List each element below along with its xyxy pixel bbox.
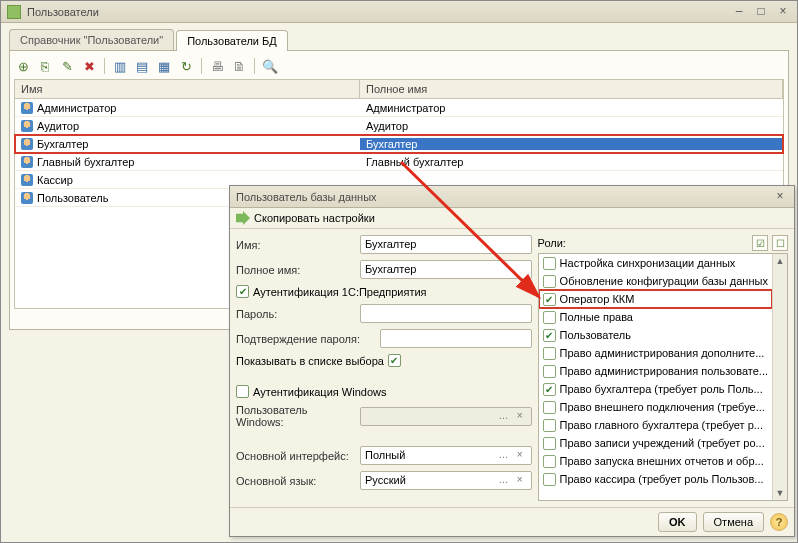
role-checkbox[interactable] <box>543 257 556 270</box>
role-item[interactable]: Право кассира (требует роль Пользов... <box>539 470 772 488</box>
role-checkbox[interactable] <box>543 437 556 450</box>
cell-name: Кассир <box>37 174 73 186</box>
export-button[interactable]: 🗎 <box>230 57 248 75</box>
ok-button[interactable]: OK <box>658 512 697 532</box>
role-checkbox[interactable] <box>543 311 556 324</box>
dialog-titlebar: Пользователь базы данных × <box>230 186 794 208</box>
ellipsis-icon[interactable]: … <box>497 449 511 464</box>
role-checkbox[interactable] <box>543 401 556 414</box>
role-item[interactable]: Настройка синхронизации данных <box>539 254 772 272</box>
roles-label: Роли: <box>538 237 566 249</box>
show-in-list-label: Показывать в списке выбора <box>236 355 384 367</box>
cell-fullname: Главный бухгалтер <box>366 156 463 168</box>
password-input[interactable] <box>360 304 532 323</box>
auth-windows-checkbox[interactable] <box>236 385 249 398</box>
help-button[interactable]: ? <box>770 513 788 531</box>
dialog-title: Пользователь базы данных <box>236 191 377 203</box>
role-item[interactable]: Обновление конфигурации базы данных <box>539 272 772 290</box>
cell-fullname: Бухгалтер <box>366 138 417 150</box>
roles-list[interactable]: Настройка синхронизации данныхОбновление… <box>538 253 788 501</box>
ellipsis-icon[interactable]: … <box>497 474 511 489</box>
scrollbar[interactable]: ▲ ▼ <box>772 254 787 500</box>
add-button[interactable]: ⊕ <box>14 57 32 75</box>
tab-directory-users[interactable]: Справочник "Пользователи" <box>9 29 174 50</box>
role-item[interactable]: Право администрирования пользовате... <box>539 362 772 380</box>
role-checkbox[interactable] <box>543 365 556 378</box>
role-item[interactable]: ✔Право бухгалтера (требует роль Поль... <box>539 380 772 398</box>
role-item[interactable]: ✔Оператор ККМ <box>539 290 772 308</box>
role-item[interactable]: Право запуска внешних отчетов и обр... <box>539 452 772 470</box>
role-item[interactable]: Право администрирования дополните... <box>539 344 772 362</box>
role-checkbox[interactable]: ✔ <box>543 383 556 396</box>
role-label: Полные права <box>560 311 633 323</box>
role-item[interactable]: ✔Пользователь <box>539 326 772 344</box>
refresh-button[interactable]: ↻ <box>177 57 195 75</box>
app-icon <box>7 5 21 19</box>
user-icon <box>21 120 33 132</box>
tab-db-users[interactable]: Пользователи БД <box>176 30 288 51</box>
check-all-button[interactable]: ☑ <box>752 235 768 251</box>
role-checkbox[interactable] <box>543 275 556 288</box>
role-item[interactable]: Полные права <box>539 308 772 326</box>
clear-icon[interactable]: × <box>513 449 527 464</box>
scroll-up-icon[interactable]: ▲ <box>773 254 787 268</box>
role-checkbox[interactable] <box>543 473 556 486</box>
role-label: Право бухгалтера (требует роль Поль... <box>560 383 763 395</box>
role-checkbox[interactable]: ✔ <box>543 329 556 342</box>
cell-name: Администратор <box>37 102 116 114</box>
copy-settings-button[interactable]: Скопировать настройки <box>254 212 375 224</box>
show-in-list-checkbox[interactable]: ✔ <box>388 354 401 367</box>
role-checkbox[interactable] <box>543 347 556 360</box>
fullname-input[interactable]: Бухгалтер <box>360 260 532 279</box>
role-item[interactable]: Право внешнего подключения (требуе... <box>539 398 772 416</box>
label-name: Имя: <box>236 239 356 251</box>
copy-button[interactable]: ⎘ <box>36 57 54 75</box>
filter-clear-button[interactable]: ▦ <box>155 57 173 75</box>
role-checkbox[interactable] <box>543 455 556 468</box>
window-close-button[interactable]: × <box>775 5 791 19</box>
db-user-dialog: Пользователь базы данных × Скопировать н… <box>229 185 795 537</box>
role-label: Настройка синхронизации данных <box>560 257 736 269</box>
dialog-toolbar: Скопировать настройки <box>230 208 794 229</box>
col-fullname[interactable]: Полное имя <box>360 80 783 98</box>
delete-button[interactable]: ✖ <box>80 57 98 75</box>
table-row[interactable]: АдминистраторАдминистратор <box>15 99 783 117</box>
scroll-down-icon[interactable]: ▼ <box>773 486 787 500</box>
table-row[interactable]: АудиторАудитор <box>15 117 783 135</box>
role-item[interactable]: Право записи учреждений (требует ро... <box>539 434 772 452</box>
clear-icon: × <box>513 410 527 425</box>
window-maximize-button[interactable]: □ <box>753 5 769 19</box>
table-row[interactable]: БухгалтерБухгалтер <box>15 135 783 153</box>
edit-button[interactable]: ✎ <box>58 57 76 75</box>
copy-settings-icon <box>236 211 250 225</box>
uncheck-all-button[interactable]: ☐ <box>772 235 788 251</box>
dialog-close-button[interactable]: × <box>772 190 788 204</box>
col-name[interactable]: Имя <box>15 80 360 98</box>
print-button[interactable]: 🖶 <box>208 57 226 75</box>
search-icon[interactable]: 🔍 <box>261 57 279 75</box>
label-main-interface: Основной интерфейс: <box>236 450 356 462</box>
window-minimize-button[interactable]: – <box>731 5 747 19</box>
confirm-password-input[interactable] <box>380 329 532 348</box>
clear-icon[interactable]: × <box>513 474 527 489</box>
role-checkbox[interactable]: ✔ <box>543 293 556 306</box>
table-row[interactable]: Главный бухгалтерГлавный бухгалтер <box>15 153 783 171</box>
cell-name: Аудитор <box>37 120 79 132</box>
role-label: Право записи учреждений (требует ро... <box>560 437 765 449</box>
name-input[interactable]: Бухгалтер <box>360 235 532 254</box>
role-label: Пользователь <box>560 329 631 341</box>
role-item[interactable]: Право главного бухгалтера (требует р... <box>539 416 772 434</box>
auth-1c-checkbox[interactable]: ✔ <box>236 285 249 298</box>
main-interface-select[interactable]: Полный × … <box>360 446 532 465</box>
cell-name: Бухгалтер <box>37 138 88 150</box>
role-checkbox[interactable] <box>543 419 556 432</box>
main-language-select[interactable]: Русский × … <box>360 471 532 490</box>
filter-button[interactable]: ▥ <box>111 57 129 75</box>
role-label: Право кассира (требует роль Пользов... <box>560 473 764 485</box>
role-label: Оператор ККМ <box>560 293 635 305</box>
user-icon <box>21 138 33 150</box>
role-label: Право главного бухгалтера (требует р... <box>560 419 763 431</box>
cancel-button[interactable]: Отмена <box>703 512 764 532</box>
filter2-button[interactable]: ▤ <box>133 57 151 75</box>
cell-fullname: Администратор <box>366 102 445 114</box>
